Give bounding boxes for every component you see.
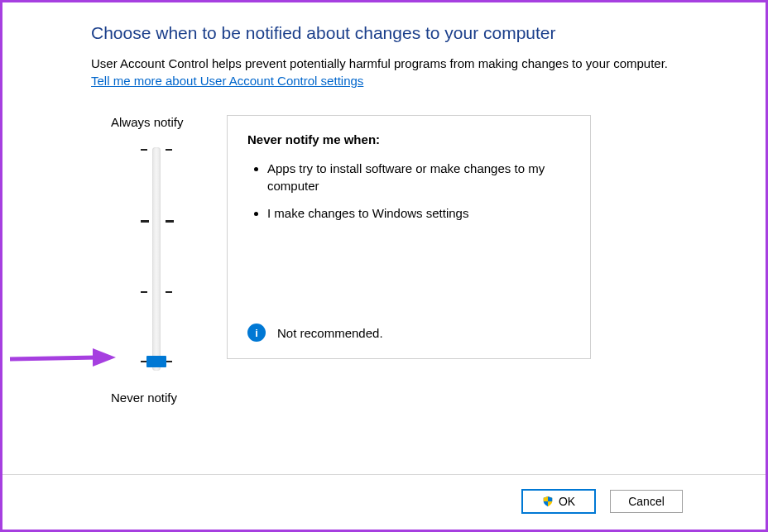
info-panel-bullet: Apps try to install software or make cha… — [267, 160, 570, 194]
ok-button-label: OK — [559, 495, 575, 508]
info-icon: i — [247, 324, 266, 342]
info-panel-bullet: I make changes to Windows settings — [267, 204, 570, 222]
cancel-button-label: Cancel — [628, 495, 665, 508]
slider-tick — [166, 291, 172, 293]
slider-tick — [141, 149, 147, 151]
info-panel: Never notify me when: Apps try to instal… — [227, 115, 591, 359]
slider-label-bottom: Never notify — [111, 391, 223, 405]
info-panel-title: Never notify me when: — [247, 132, 570, 146]
uac-slider[interactable] — [136, 144, 177, 384]
button-bar: OK Cancel — [2, 474, 766, 527]
slider-thumb[interactable] — [146, 356, 166, 367]
cancel-button[interactable]: Cancel — [610, 490, 683, 513]
slider-tick — [141, 291, 147, 293]
slider-tick — [141, 220, 149, 223]
slider-label-top: Always notify — [111, 115, 223, 129]
slider-tick — [166, 361, 172, 362]
slider-track — [152, 147, 161, 371]
shield-icon — [542, 496, 554, 507]
ok-button[interactable]: OK — [522, 490, 595, 513]
slider-tick — [166, 220, 174, 223]
slider-tick — [166, 149, 172, 151]
info-panel-footer-text: Not recommended. — [277, 326, 383, 340]
